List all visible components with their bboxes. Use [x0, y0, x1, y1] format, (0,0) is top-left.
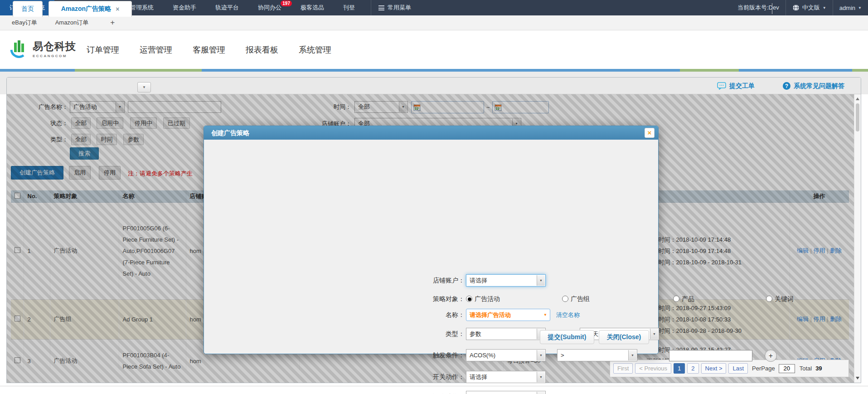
tab-home[interactable]: 首页 — [13, 1, 43, 17]
faq-link[interactable]: ? 系统常见问题解答 — [783, 78, 844, 94]
submit-ticket-link[interactable]: 提交工单 — [717, 78, 755, 94]
topbar-item-product-picker[interactable]: 极客选品 — [291, 0, 334, 15]
subtab-amazon-orders[interactable]: Amazon订单 — [55, 19, 89, 27]
topbar-item-label: 极客选品 — [301, 4, 324, 12]
trigger-metric-select[interactable]: ACOS(%) — [466, 349, 546, 361]
perpage-label: PerPage — [752, 365, 775, 372]
topbar-item-funds-helper[interactable]: 资金助手 — [163, 0, 206, 15]
tab-amazon-ad-strategy[interactable]: Amazon广告策略 — [48, 1, 132, 17]
modal-header: 创建广告策略 — [204, 126, 658, 140]
pagination-page-2[interactable]: 2 — [687, 363, 698, 374]
select-value: 请选择广告活动 — [470, 311, 511, 318]
nav-item-system-mgmt[interactable]: 系统管理 — [294, 42, 336, 58]
tab-label: Amazon广告策略 — [61, 5, 111, 13]
modal-campaign-select[interactable]: 请选择广告活动 — [466, 309, 550, 321]
globe-icon — [792, 4, 800, 11]
radio-product[interactable]: 产品 — [673, 293, 694, 305]
chevron-down-icon — [823, 6, 826, 10]
language-switcher[interactable]: 中文版 — [786, 0, 833, 15]
radio-icon — [673, 296, 679, 302]
total-count: 39 — [815, 365, 822, 372]
tab-list-dropdown-button[interactable] — [137, 82, 151, 92]
scroll-up-icon[interactable] — [856, 97, 859, 100]
screen: 订单管理系统 仓配管理系统 分销管理系统 资金助手 轨迹平台 协同办公197 极… — [0, 0, 868, 394]
faq-label: 系统常见问题解答 — [794, 82, 844, 90]
username-label: admin — [839, 5, 855, 11]
add-condition-button[interactable]: + — [765, 350, 777, 362]
brand-text: 易仓科技 ECCANGCOM — [33, 39, 76, 58]
select-value: 请选择 — [470, 374, 487, 380]
button-label: 2 — [691, 365, 694, 372]
brand-slogan: ECCANGCOM — [33, 54, 76, 58]
radio-icon — [466, 296, 472, 302]
add-tab-button[interactable]: + — [110, 18, 115, 27]
plus-icon: + — [769, 352, 773, 360]
radio-keyword[interactable]: 关键词 — [766, 293, 794, 305]
button-label: Last — [732, 365, 744, 372]
scroll-down-icon[interactable] — [856, 377, 859, 379]
radio-campaign[interactable]: 广告活动 — [466, 293, 500, 305]
nav-item-report-board[interactable]: 报表看板 — [241, 42, 283, 58]
topbar-item-collaboration[interactable]: 协同办公197 — [248, 0, 291, 15]
vertical-scrollbar[interactable] — [854, 94, 861, 383]
dropdown-arrow-icon — [543, 309, 547, 321]
radio-icon — [766, 296, 772, 302]
pagination-prev-button[interactable]: < Previous — [635, 363, 671, 374]
language-label: 中文版 — [802, 4, 820, 12]
submit-ticket-label: 提交工单 — [729, 82, 755, 90]
button-label: 提交(Submit) — [548, 333, 587, 341]
submit-button[interactable]: 提交(Submit) — [540, 330, 594, 344]
select-value: > — [561, 352, 564, 359]
modal-shop-select[interactable]: 请选择 — [466, 274, 546, 287]
topbar-item-label: 轨迹平台 — [215, 4, 239, 12]
button-label: 1 — [678, 365, 681, 372]
topbar-item-common-menu[interactable]: 常用菜单 — [371, 0, 421, 15]
notification-badge: 197 — [281, 0, 292, 6]
pagination-last-button[interactable]: Last — [728, 363, 748, 374]
help-divider — [772, 3, 772, 14]
pagination-next-button[interactable]: Next > — [701, 363, 727, 374]
close-button[interactable]: 关闭(Close) — [599, 330, 649, 344]
nav-item-operation-mgmt[interactable]: 运营管理 — [135, 42, 177, 58]
nav-item-service-mgmt[interactable]: 客服管理 — [188, 42, 230, 58]
switch-action-select[interactable]: 请选择 — [466, 371, 546, 383]
topbar-item-label: 资金助手 — [173, 4, 196, 12]
button-label: < Previous — [639, 365, 667, 372]
clear-name-link[interactable]: 清空名称 — [556, 309, 580, 321]
topbar-item-tracking-platform[interactable]: 轨迹平台 — [206, 0, 248, 15]
nav-item-order-mgmt[interactable]: 订单管理 — [82, 42, 124, 58]
footer-divider — [0, 386, 868, 386]
pagination-page-1[interactable]: 1 — [674, 363, 685, 374]
modal-title: 创建广告策略 — [211, 129, 249, 136]
scrollbar-thumb[interactable] — [856, 103, 859, 131]
topbar-item-label: 协同办公 — [258, 4, 281, 12]
button-label: Next > — [705, 365, 723, 372]
user-menu[interactable]: admin — [833, 0, 868, 15]
select-value: ACOS(%) — [470, 352, 495, 359]
tab-close-icon[interactable] — [116, 5, 119, 13]
modal-close-button[interactable] — [645, 128, 655, 138]
price-action-select[interactable]: 广告活动动作 — [466, 391, 546, 394]
radio-label: 产品 — [682, 295, 694, 302]
dropdown-arrow-icon — [537, 275, 545, 286]
radio-label: 关键词 — [775, 295, 794, 302]
radio-adgroup[interactable]: 广告组 — [562, 293, 590, 305]
brand-logo[interactable]: 易仓科技 ECCANGCOM — [8, 38, 76, 59]
order-subtabs: eBay订单 Amazon订单 + — [0, 15, 868, 30]
pagination-bar: First < Previous 1 2 Next > Last PerPage… — [610, 360, 849, 377]
eccang-logo-icon — [8, 38, 29, 59]
dropdown-arrow-icon — [537, 392, 545, 394]
modal-target-label: 策略对象： — [367, 293, 465, 305]
version-text: 当前版本号:Dev — [731, 0, 786, 15]
main-nav: 订单管理 运营管理 客服管理 报表看板 系统管理 — [82, 30, 347, 69]
trigger-operator-select[interactable]: > — [557, 349, 637, 361]
pagination-first-button[interactable]: First — [613, 363, 633, 374]
perpage-input[interactable] — [779, 364, 795, 373]
question-icon: ? — [783, 82, 790, 90]
topbar-item-label: 刊登 — [343, 4, 355, 12]
select-value: 参数 — [470, 331, 481, 337]
chat-bubble-icon — [717, 82, 726, 90]
trigger-value-input[interactable] — [669, 350, 752, 361]
topbar-item-listing[interactable]: 刊登 — [334, 0, 364, 15]
subtab-ebay-orders[interactable]: eBay订单 — [12, 19, 37, 27]
